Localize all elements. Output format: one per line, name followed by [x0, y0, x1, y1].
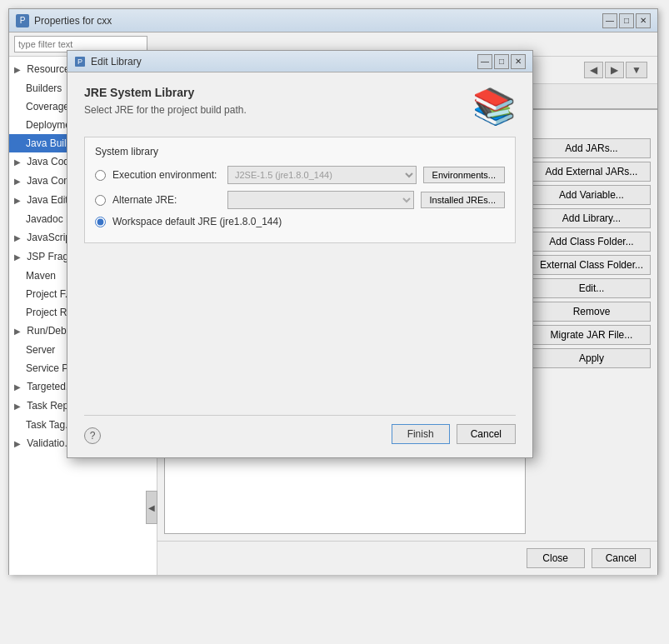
alternate-jre-radio[interactable] — [95, 195, 106, 206]
tree-arrow-jsp-frag: ▶ — [14, 250, 24, 265]
modal-spacer — [84, 253, 516, 415]
tree-arrow-run-deb: ▶ — [14, 324, 24, 339]
execution-env-radio[interactable] — [95, 170, 106, 181]
modal-controls: — □ ✕ — [477, 54, 526, 69]
tree-arrow-task-rep: ▶ — [14, 399, 24, 414]
alternate-jre-select[interactable] — [227, 191, 414, 209]
execution-env-select[interactable]: J2SE-1.5 (jre1.8.0_144) — [227, 166, 417, 184]
titlebar-controls: — □ ✕ — [602, 13, 651, 28]
add-variable-button[interactable]: Add Variable... — [532, 185, 651, 205]
main-titlebar: P Properties for cxx — □ ✕ — [9, 9, 657, 32]
svg-text:P: P — [77, 57, 82, 66]
titlebar-left: P Properties for cxx — [16, 14, 112, 27]
modal-maximize-button[interactable]: □ — [494, 54, 509, 69]
tree-arrow-targeted: ▶ — [14, 380, 24, 395]
app-icon: P — [16, 14, 29, 27]
modal-app-icon: P — [74, 56, 86, 67]
tree-arrow-validatio: ▶ — [14, 437, 24, 452]
modal-titlebar-left: P Edit Library — [74, 56, 142, 67]
help-button[interactable]: ? — [84, 427, 101, 444]
modal-minimize-button[interactable]: — — [477, 54, 492, 69]
tree-arrow-javascript: ▶ — [14, 231, 24, 246]
tree-arrow-java-editor: ▶ — [14, 193, 24, 208]
nav-dropdown-button[interactable]: ▼ — [626, 62, 647, 78]
modal-action-buttons: Finish Cancel — [392, 424, 516, 444]
modal-description: Select JRE for the project build path. — [84, 104, 459, 116]
execution-env-row: Execution environment: J2SE-1.5 (jre1.8.… — [95, 166, 505, 184]
edit-button[interactable]: Edit... — [532, 278, 651, 298]
system-library-section: System library Execution environment: J2… — [84, 137, 516, 243]
modal-footer: ? Finish Cancel — [84, 415, 516, 444]
alternate-jre-row: Alternate JRE: Installed JREs... — [95, 191, 505, 209]
modal-cancel-button[interactable]: Cancel — [457, 424, 516, 444]
modal-header: JRE System Library Select JRE for the pr… — [84, 86, 516, 127]
workspace-default-label: Workspace default JRE (jre1.8.0_144) — [112, 216, 282, 227]
environments-button[interactable]: Environments... — [423, 167, 505, 183]
modal-heading: JRE System Library — [84, 86, 459, 99]
workspace-default-row: Workspace default JRE (jre1.8.0_144) — [95, 216, 505, 227]
nav-back-button[interactable]: ◀ — [584, 62, 603, 78]
tree-arrow-resource: ▶ — [14, 62, 24, 77]
close-button[interactable]: ✕ — [636, 13, 651, 28]
main-window-title: Properties for cxx — [34, 15, 112, 27]
system-library-title: System library — [95, 146, 505, 157]
libraries-buttons-panel: Add JARs... Add External JARs... Add Var… — [532, 138, 651, 534]
modal-titlebar: P Edit Library — □ ✕ — [67, 51, 532, 72]
nav-forward-button[interactable]: ▶ — [605, 62, 624, 78]
add-class-folder-button[interactable]: Add Class Folder... — [532, 232, 651, 252]
remove-button[interactable]: Remove — [532, 302, 651, 322]
modal-content: JRE System Library Select JRE for the pr… — [67, 72, 532, 457]
tree-arrow-java-compiler: ▶ — [14, 174, 24, 189]
modal-close-button[interactable]: ✕ — [511, 54, 526, 69]
tree-arrow-java-code-style: ▶ — [14, 155, 24, 170]
apply-button[interactable]: Apply — [532, 348, 651, 368]
books-icon: 📚 — [472, 86, 516, 127]
nav-arrows: ◀ ▶ ▼ — [584, 62, 647, 78]
maximize-button[interactable]: □ — [619, 13, 634, 28]
bottom-buttons: Close Cancel — [157, 541, 657, 575]
migrate-jar-button[interactable]: Migrate JAR File... — [532, 325, 651, 345]
installed-jres-button[interactable]: Installed JREs... — [421, 192, 505, 208]
execution-env-label: Execution environment: — [112, 169, 221, 181]
workspace-default-radio[interactable] — [95, 217, 106, 227]
add-jars-button[interactable]: Add JARs... — [532, 138, 651, 158]
modal-title: Edit Library — [91, 56, 142, 67]
alternate-jre-label: Alternate JRE: — [112, 194, 221, 206]
close-main-button[interactable]: Close — [527, 548, 585, 568]
edit-library-modal: P Edit Library — □ ✕ JRE System Library … — [67, 50, 533, 458]
modal-heading-block: JRE System Library Select JRE for the pr… — [84, 86, 459, 116]
add-library-button[interactable]: Add Library... — [532, 208, 651, 228]
external-class-folder-button[interactable]: External Class Folder... — [532, 255, 651, 275]
finish-button[interactable]: Finish — [392, 424, 450, 444]
cancel-main-button[interactable]: Cancel — [592, 548, 651, 568]
minimize-button[interactable]: — — [602, 13, 617, 28]
sidebar-collapse-btn[interactable]: ◀ — [146, 491, 157, 524]
add-external-jars-button[interactable]: Add External JARs... — [532, 162, 651, 182]
